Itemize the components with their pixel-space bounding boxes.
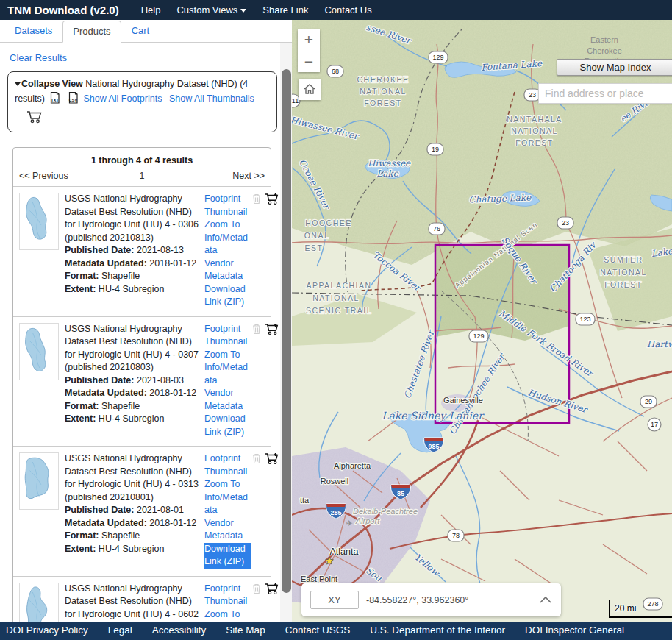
results-count: 1 through 4 of 4 results — [13, 148, 271, 169]
menu-share-link[interactable]: Share Link — [262, 4, 308, 15]
footer-link[interactable]: Contact USGS — [285, 625, 351, 637]
results-list: USGS National Hydrography Dataset Best R… — [13, 186, 271, 640]
format-value: Shapefile — [101, 401, 140, 411]
result-link-info-metadata[interactable]: Info/Metadata — [204, 361, 251, 387]
result-link-footprint[interactable]: Footprint — [204, 452, 251, 466]
show-all-footprints-link[interactable]: Show All Footprints — [83, 93, 162, 104]
pagination: << Previous 1 Next >> — [13, 169, 271, 186]
published-date-label: Published Date: — [65, 505, 134, 515]
add-to-cart-icon[interactable] — [265, 452, 279, 468]
add-to-cart-icon[interactable] — [265, 323, 279, 338]
add-to-cart-icon[interactable] — [265, 583, 279, 598]
panel-scrollbar-track[interactable] — [280, 43, 292, 640]
published-date-value: 2021-08-01 — [137, 505, 184, 515]
published-date-label: Published Date: — [65, 245, 134, 255]
metadata-updated-label: Metadata Updated: — [65, 258, 147, 269]
footer-link[interactable]: Legal — [108, 625, 132, 637]
svg-text:285: 285 — [330, 509, 341, 516]
remove-from-cart-icon[interactable] — [251, 193, 262, 208]
result-link-thumbnail[interactable]: Thumbnail — [204, 206, 251, 219]
txt-export-icon[interactable]: TXT — [49, 91, 61, 109]
result-details: USGS National Hydrography Dataset Best R… — [65, 193, 203, 296]
add-all-to-cart-icon[interactable] — [26, 110, 43, 128]
collapse-view-toggle[interactable]: Collapse View — [15, 79, 83, 89]
footer-link[interactable]: Accessibility — [152, 625, 207, 637]
map-label: Cherokee — [587, 46, 622, 55]
result-link-footprint[interactable]: Footprint — [204, 193, 251, 206]
footer-link[interactable]: U.S. Department of the Interior — [370, 625, 505, 637]
result-actions — [251, 452, 282, 468]
result-link-footprint[interactable]: Footprint — [204, 583, 251, 596]
menu-contact-us[interactable]: Contact Us — [324, 4, 371, 15]
result-row: USGS National Hydrography Dataset Best R… — [13, 316, 271, 447]
map-label: FOREST — [604, 280, 643, 289]
remove-from-cart-icon[interactable] — [251, 583, 262, 598]
result-link-zoom-to[interactable]: Zoom To — [204, 608, 251, 622]
map-label: Hiwassee — [368, 158, 411, 168]
result-link-zoom-to[interactable]: Zoom To — [204, 478, 251, 491]
panel-scrollbar-thumb[interactable] — [282, 69, 291, 593]
zoom-out-button[interactable]: − — [298, 51, 320, 72]
home-icon — [303, 82, 316, 96]
result-link-download-link-zip-[interactable]: Download Link (ZIP) — [204, 413, 251, 438]
map-label: SCENIC TRAIL — [306, 306, 372, 315]
footer-link[interactable]: DOI Privacy Policy — [6, 625, 88, 637]
menu-custom-views[interactable]: Custom Views — [176, 4, 246, 15]
map-label: Lake Sidney Lanier — [382, 410, 485, 422]
metadata-updated-label: Metadata Updated: — [65, 518, 147, 528]
menu-help[interactable]: Help — [141, 4, 161, 15]
metadata-updated-label: Metadata Updated: — [65, 388, 147, 398]
next-page-link[interactable]: Next >> — [232, 171, 265, 181]
zoom-in-button[interactable]: + — [298, 29, 320, 51]
remove-from-cart-icon[interactable] — [251, 452, 262, 468]
result-link-download-link-zip-[interactable]: Download Link (ZIP) — [204, 283, 251, 309]
map-label: NATIONAL — [511, 127, 558, 135]
svg-text:68: 68 — [332, 68, 339, 75]
tab-cart[interactable]: Cart — [121, 20, 160, 42]
airport-icon: ✈ — [346, 519, 352, 527]
csv-export-icon[interactable]: CSV — [67, 91, 79, 109]
result-link-info-metadata[interactable]: Info/Metadata — [204, 232, 251, 257]
show-map-index-button[interactable]: Show Map Index — [557, 59, 672, 76]
result-row: USGS National Hydrography Dataset Best R… — [13, 186, 271, 316]
home-extent-button[interactable] — [299, 79, 321, 100]
remove-from-cart-icon[interactable] — [251, 323, 262, 338]
map-label: Roswell — [321, 477, 349, 486]
collapse-coordinates-button[interactable] — [539, 596, 552, 604]
address-search-input[interactable] — [539, 88, 672, 99]
tab-products[interactable]: Products — [62, 21, 121, 43]
footer-link[interactable]: DOI Inspector General — [525, 625, 624, 637]
tab-datasets[interactable]: Datasets — [4, 20, 62, 42]
result-link-info-metadata[interactable]: Info/Metadata — [204, 491, 251, 517]
result-link-thumbnail[interactable]: Thumbnail — [204, 335, 251, 349]
result-link-footprint[interactable]: Footprint — [204, 323, 251, 336]
map-label: FOREST — [515, 138, 554, 147]
basemap-svg: 411681291923762312912329179858528578278 … — [292, 20, 672, 640]
map-label: Lake — [376, 168, 398, 179]
map-canvas[interactable]: 411681291923762312912329179858528578278 … — [292, 20, 672, 640]
format-value: Shapefile — [101, 271, 140, 281]
result-link-download-link-zip-[interactable]: Download Link (ZIP) — [204, 543, 251, 569]
result-links: FootprintThumbnailZoom ToInfo/MetadataVe… — [204, 193, 251, 309]
results-box: 1 through 4 of 4 results << Previous 1 N… — [12, 147, 271, 640]
footer-link[interactable]: Site Map — [226, 625, 265, 637]
result-link-thumbnail[interactable]: Thumbnail — [204, 466, 251, 479]
coordinate-mode-button[interactable]: XY — [310, 591, 359, 609]
svg-text:129: 129 — [473, 333, 484, 340]
add-to-cart-icon[interactable] — [265, 193, 279, 208]
result-row: USGS National Hydrography Dataset Best R… — [13, 446, 271, 576]
extent-value: HU-4 Subregion — [99, 413, 165, 424]
result-link-thumbnail[interactable]: Thumbnail — [204, 595, 251, 608]
result-link-vendor-metadata[interactable]: Vendor Metadata — [204, 387, 251, 413]
clear-results-link[interactable]: Clear Results — [10, 52, 67, 63]
svg-text:129: 129 — [432, 54, 443, 61]
prev-page-link[interactable]: << Previous — [19, 171, 68, 181]
svg-text:23: 23 — [529, 91, 536, 99]
metadata-updated-value: 2018-01-12 — [149, 388, 196, 398]
result-link-vendor-metadata[interactable]: Vendor Metadata — [204, 257, 251, 283]
map-label: Airport — [355, 516, 380, 525]
result-link-zoom-to[interactable]: Zoom To — [204, 218, 251, 232]
result-link-zoom-to[interactable]: Zoom To — [204, 349, 251, 362]
show-all-thumbnails-link[interactable]: Show All Thumbnails — [169, 93, 254, 104]
result-link-vendor-metadata[interactable]: Vendor Metadata — [204, 517, 251, 543]
